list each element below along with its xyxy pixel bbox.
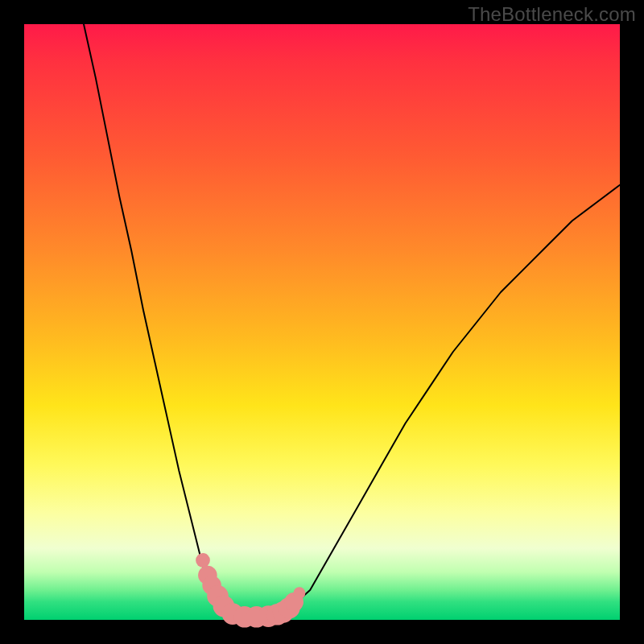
series-lines [84, 24, 620, 617]
series-right-curve [275, 185, 620, 616]
chart-stage: TheBottleneck.com [0, 0, 644, 644]
marker-dot [294, 587, 306, 599]
marker-dot [196, 553, 210, 568]
valley-markers [196, 553, 305, 628]
watermark-text: TheBottleneck.com [468, 3, 636, 26]
series-left-curve [84, 24, 238, 617]
plot-area [24, 24, 620, 620]
chart-svg [24, 24, 620, 620]
